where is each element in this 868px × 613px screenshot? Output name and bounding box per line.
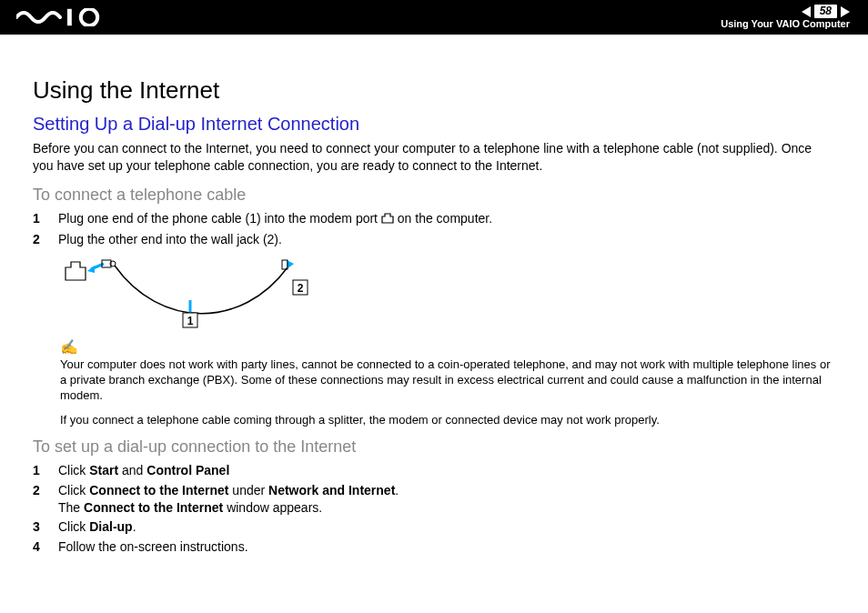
- step-number: 4: [33, 538, 45, 556]
- svg-marker-2: [87, 266, 95, 273]
- note-text: Your computer does not work with party l…: [60, 357, 830, 402]
- section-heading-dialup: Setting Up a Dial-up Internet Connection: [33, 114, 835, 135]
- subheading-setup-dialup: To set up a dial-up connection to the In…: [33, 437, 835, 457]
- page-content: Using the Internet Setting Up a Dial-up …: [0, 35, 868, 556]
- step-number: 2: [33, 482, 45, 499]
- svg-point-1: [81, 9, 97, 25]
- step-text: Click Start and Control Panel: [58, 462, 229, 479]
- note-extra: If you connect a telephone cable coming …: [60, 413, 835, 428]
- subheading-connect-cable: To connect a telephone cable: [33, 186, 835, 205]
- vaio-logo: [16, 8, 104, 26]
- step-text-post: on the computer.: [398, 211, 492, 226]
- list-item: 4 Follow the on-screen instructions.: [33, 538, 835, 556]
- note-block: ✍ Your computer does not work with party…: [60, 338, 835, 403]
- header-subtitle: Using Your VAIO Computer: [721, 19, 850, 30]
- step-text: Click Connect to the Internet under Netw…: [58, 482, 399, 517]
- header-bar: 58 Using Your VAIO Computer: [0, 0, 868, 35]
- step-text: Plug the other end into the wall jack (2…: [58, 231, 282, 248]
- note-icon: ✍: [60, 339, 78, 355]
- svg-rect-0: [67, 9, 72, 25]
- list-item: 1 Plug one end of the phone cable (1) in…: [33, 210, 835, 228]
- step-number: 1: [33, 462, 45, 479]
- diagram-label-1: 1: [187, 315, 194, 327]
- steps-connect-cable: 1 Plug one end of the phone cable (1) in…: [33, 210, 835, 248]
- step-number: 1: [33, 210, 45, 227]
- prev-page-arrow-icon[interactable]: [802, 6, 811, 17]
- next-page-arrow-icon[interactable]: [841, 6, 850, 17]
- page-nav: 58: [802, 5, 850, 18]
- step-text: Click Dial-up.: [58, 518, 136, 536]
- modem-port-icon: [381, 211, 394, 228]
- step-text: Follow the on-screen instructions.: [58, 538, 248, 556]
- list-item: 1 Click Start and Control Panel: [33, 462, 835, 479]
- step-text-pre: Plug one end of the phone cable (1) into…: [58, 211, 381, 226]
- diagram-label-2: 2: [298, 282, 304, 295]
- steps-setup-dialup: 1 Click Start and Control Panel 2 Click …: [33, 462, 835, 556]
- step-number: 2: [33, 231, 45, 248]
- page-title: Using the Internet: [33, 76, 835, 105]
- step-text: Plug one end of the phone cable (1) into…: [58, 210, 492, 228]
- header-right: 58 Using Your VAIO Computer: [721, 5, 850, 29]
- list-item: 3 Click Dial-up.: [33, 518, 835, 536]
- list-item: 2 Click Connect to the Internet under Ne…: [33, 482, 835, 517]
- step-number: 3: [33, 518, 45, 536]
- step-text-pre: Plug the other end into the wall jack (2…: [58, 232, 282, 246]
- page-number: 58: [814, 5, 837, 18]
- cable-diagram: 1 2: [60, 256, 835, 333]
- intro-paragraph: Before you can connect to the Internet, …: [33, 140, 835, 175]
- list-item: 2 Plug the other end into the wall jack …: [33, 231, 835, 248]
